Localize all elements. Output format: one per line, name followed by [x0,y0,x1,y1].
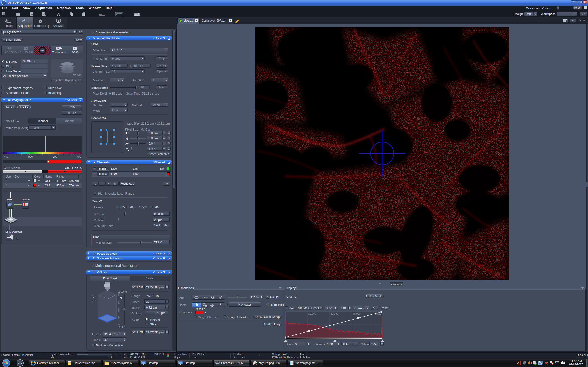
svg-text:100%: 100% [202,297,208,299]
svg-text:15,000: 15,000 [308,312,316,315]
svg-text:45,000: 45,000 [353,312,361,315]
svg-text:30,000: 30,000 [330,312,338,315]
